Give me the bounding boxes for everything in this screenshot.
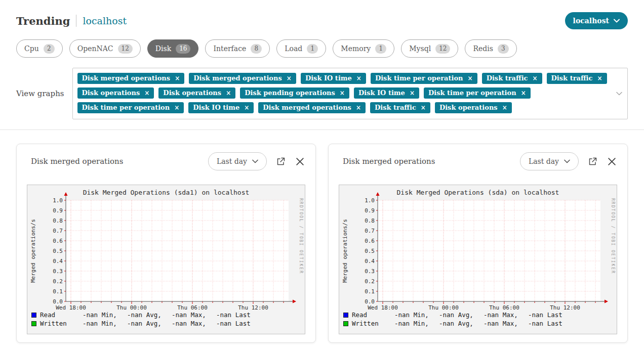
tab-interface[interactable]: Interface8 — [205, 39, 270, 58]
tag-label: Disk time per operation — [428, 89, 516, 97]
selected-graph-tag[interactable]: Disk IO time× — [301, 73, 366, 84]
y-tick-label: 0.6 — [53, 238, 63, 244]
remove-tag-icon[interactable]: × — [502, 105, 507, 111]
selected-graph-tag[interactable]: Disk traffic× — [482, 73, 542, 84]
legend-swatch — [343, 321, 348, 326]
graphs-multiselect[interactable]: Disk merged operations×Disk merged opera… — [72, 68, 628, 119]
y-tick-label: 0.9 — [53, 207, 63, 214]
tag-label: Disk merged operations — [263, 104, 351, 111]
remove-tag-icon[interactable]: × — [468, 75, 473, 81]
tag-label: Disk IO time — [358, 89, 405, 97]
tab-memory[interactable]: Memory1 — [333, 39, 394, 58]
card-header: Disk merged operations Last day — [27, 152, 305, 170]
legend-series-name: Written — [352, 320, 394, 327]
legend-stat: -nan Last — [216, 320, 261, 327]
tag-label: Disk merged operations — [193, 74, 282, 82]
close-card-button[interactable] — [295, 156, 305, 167]
close-card-button[interactable] — [607, 156, 617, 167]
legend-row: Read-nan Min,-nan Avg,-nan Max,-nan Last — [31, 311, 301, 319]
expand-graph-button[interactable] — [275, 156, 287, 167]
tab-opennac[interactable]: OpenNAC12 — [69, 39, 141, 58]
remove-tag-icon[interactable]: × — [356, 75, 361, 81]
selected-graph-tag[interactable]: Disk time per operation× — [77, 102, 184, 113]
remove-tag-icon[interactable]: × — [226, 90, 231, 96]
selected-graph-tag[interactable]: Disk time per operation× — [424, 87, 531, 99]
time-range-dropdown[interactable]: Last day — [208, 152, 267, 170]
selected-graph-tag[interactable]: Disk IO time× — [188, 102, 254, 113]
y-tick-label: 1.0 — [365, 197, 375, 204]
selected-graph-tag[interactable]: Disk traffic× — [370, 102, 430, 113]
tab-count-badge: 3 — [498, 44, 509, 54]
graph-grid — [66, 200, 289, 301]
tab-cpu[interactable]: Cpu2 — [16, 39, 63, 58]
tab-count-badge: 1 — [375, 44, 386, 54]
tab-disk[interactable]: Disk16 — [147, 39, 199, 58]
selected-graph-tag[interactable]: Disk operations× — [158, 87, 235, 99]
host-selector-button[interactable]: localhost — [565, 12, 628, 29]
graph-y-axis-label: Merged operations/s — [342, 200, 348, 301]
y-tick-label: 0.7 — [53, 228, 63, 234]
graph-plot-area: 1.00.90.80.70.60.50.40.30.20.10.0 Wed 18… — [378, 200, 600, 301]
tab-count-badge: 8 — [251, 44, 262, 54]
legend-stat: -nan Avg, — [439, 320, 484, 327]
selected-graph-tag[interactable]: Disk time per operation× — [371, 73, 477, 84]
remove-tag-icon[interactable]: × — [410, 90, 415, 96]
selected-graph-tag[interactable]: Disk operations× — [77, 87, 154, 99]
title-separator — [76, 15, 76, 27]
graph-card: Disk merged operations Last day Disk Mer… — [16, 144, 316, 343]
tab-label: Memory — [341, 45, 371, 53]
time-range-dropdown[interactable]: Last day — [520, 152, 579, 170]
remove-tag-icon[interactable]: × — [174, 105, 179, 111]
tag-label: Disk time per operation — [82, 104, 170, 111]
remove-tag-icon[interactable]: × — [356, 105, 361, 111]
rrdtool-watermark: RRDTOOL / TOBI OETIKER — [299, 198, 303, 274]
page-title-host: localhost — [83, 15, 127, 26]
remove-tag-icon[interactable]: × — [244, 105, 249, 111]
chevron-down-icon — [564, 159, 570, 163]
tab-label: Disk — [155, 45, 171, 53]
legend-stat: -nan Avg, — [127, 311, 172, 319]
remove-tag-icon[interactable]: × — [597, 75, 602, 81]
remove-tag-icon[interactable]: × — [521, 90, 526, 96]
legend-stat: -nan Min, — [83, 320, 127, 327]
remove-tag-icon[interactable]: × — [175, 75, 180, 81]
selected-graph-tag[interactable]: Disk pending operations× — [240, 87, 349, 99]
tab-count-badge: 16 — [176, 44, 190, 54]
selected-graph-tag[interactable]: Disk merged operations× — [77, 73, 185, 84]
y-tick-label: 0.6 — [365, 238, 375, 244]
tab-redis[interactable]: Redis3 — [465, 39, 516, 58]
host-selector-label: localhost — [573, 17, 609, 25]
legend-stat: -nan Min, — [394, 311, 439, 319]
legend-stat: -nan Max, — [484, 320, 528, 327]
remove-tag-icon[interactable]: × — [144, 90, 149, 96]
selected-graph-tag[interactable]: Disk IO time× — [354, 87, 419, 99]
y-tick-label: 1.0 — [53, 197, 63, 204]
expand-graph-button[interactable] — [587, 156, 598, 167]
selected-graph-tag[interactable]: Disk merged operations× — [258, 102, 366, 113]
legend-stat: -nan Last — [528, 311, 573, 319]
time-range-label: Last day — [217, 157, 247, 165]
tab-load[interactable]: Load1 — [276, 39, 326, 58]
selected-graph-tag[interactable]: Disk merged operations× — [189, 73, 296, 84]
tag-label: Disk IO time — [305, 74, 352, 82]
chevron-down-icon — [252, 159, 258, 163]
y-tick-label: 0.3 — [53, 268, 63, 275]
selected-graph-tag[interactable]: Disk operations× — [435, 102, 512, 113]
y-tick-label: 0.7 — [365, 228, 375, 234]
graph-grid — [378, 200, 600, 301]
legend-series-name: Written — [40, 320, 83, 327]
selected-graph-tag[interactable]: Disk traffic× — [547, 73, 607, 84]
chevron-down-icon[interactable] — [616, 92, 622, 96]
remove-tag-icon[interactable]: × — [533, 75, 538, 81]
remove-tag-icon[interactable]: × — [287, 75, 292, 81]
tab-mysql[interactable]: Mysql12 — [401, 39, 458, 58]
legend-stat: -nan Avg, — [127, 320, 172, 327]
remove-tag-icon[interactable]: × — [340, 90, 345, 96]
graph-y-ticks: 1.00.90.80.70.60.50.40.30.20.10.0 — [357, 200, 375, 301]
tab-label: Cpu — [24, 45, 39, 53]
tag-label: Disk traffic — [487, 74, 528, 82]
y-tick-label: 0.4 — [53, 258, 63, 264]
remove-tag-icon[interactable]: × — [421, 105, 426, 111]
legend-row: Read-nan Min,-nan Avg,-nan Max,-nan Last — [343, 311, 613, 319]
legend-stat: -nan Max, — [484, 311, 528, 319]
